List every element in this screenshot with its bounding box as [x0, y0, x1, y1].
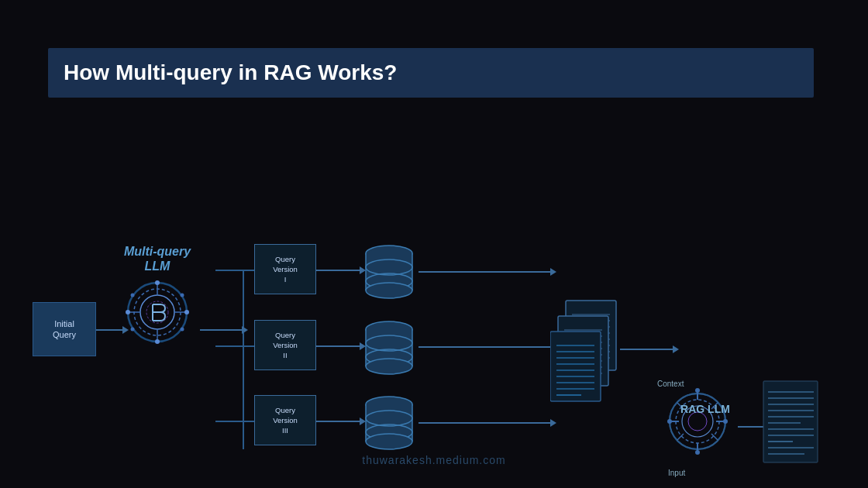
svg-point-18 — [181, 328, 184, 332]
query-version-box-1: QueryVersionI — [254, 244, 316, 294]
svg-point-15 — [131, 294, 135, 297]
h-connector-3 — [215, 421, 254, 422]
h-connector-1 — [215, 270, 254, 271]
rag-input-label: Input — [668, 469, 685, 477]
rag-llm-brain — [660, 387, 735, 455]
arrow-v3-to-db3 — [316, 421, 361, 422]
title-bar: How Multi-query in RAG Works? — [48, 48, 814, 98]
svg-rect-59 — [550, 332, 601, 401]
database-cylinder-2 — [361, 320, 417, 378]
v-connector-line — [243, 270, 244, 449]
svg-point-33 — [366, 359, 412, 374]
h-connector-2 — [215, 345, 254, 347]
arrow-v2-to-db2 — [316, 345, 361, 347]
svg-point-12 — [126, 310, 130, 314]
output-lines — [762, 380, 820, 465]
arrow-db1-to-docs — [418, 271, 552, 273]
svg-point-11 — [155, 280, 160, 285]
svg-point-84 — [723, 419, 728, 424]
svg-point-17 — [131, 328, 135, 332]
database-cylinder-1 — [361, 244, 417, 302]
brain-icon — [115, 277, 200, 347]
svg-point-14 — [155, 339, 160, 344]
svg-point-83 — [667, 419, 672, 424]
arrow-llm-to-versions — [200, 329, 243, 331]
svg-point-26 — [366, 283, 412, 298]
initial-query-label: InitialQuery — [53, 318, 76, 341]
rag-llm-label: RAG LLM — [666, 403, 744, 415]
arrow-db3-to-docs — [418, 422, 552, 424]
svg-point-82 — [695, 388, 700, 393]
initial-query-box: InitialQuery — [33, 302, 96, 356]
query-version-box-3: QueryVersionIII — [254, 395, 316, 445]
database-cylinder-3 — [361, 395, 417, 453]
diagram: InitialQuery Multi-query LLM — [0, 124, 868, 449]
svg-point-16 — [181, 294, 184, 297]
arrow-v1-to-db1 — [316, 270, 361, 271]
page-title: How Multi-query in RAG Works? — [64, 60, 798, 85]
query-version-label-2: QueryVersionII — [273, 330, 298, 361]
svg-rect-86 — [763, 381, 818, 462]
svg-point-40 — [366, 434, 412, 449]
arrow-db2-to-docs — [418, 346, 552, 348]
watermark: thuwarakesh.medium.com — [362, 454, 505, 466]
arrow-docs-to-rag — [620, 349, 674, 350]
document-stack — [550, 293, 620, 435]
query-version-label-3: QueryVersionIII — [273, 405, 298, 436]
query-version-label-1: QueryVersionI — [273, 254, 298, 285]
query-version-box-2: QueryVersionII — [254, 320, 316, 370]
llm-label: Multi-query LLM — [115, 244, 200, 273]
svg-point-13 — [184, 310, 189, 314]
svg-point-85 — [695, 450, 700, 455]
